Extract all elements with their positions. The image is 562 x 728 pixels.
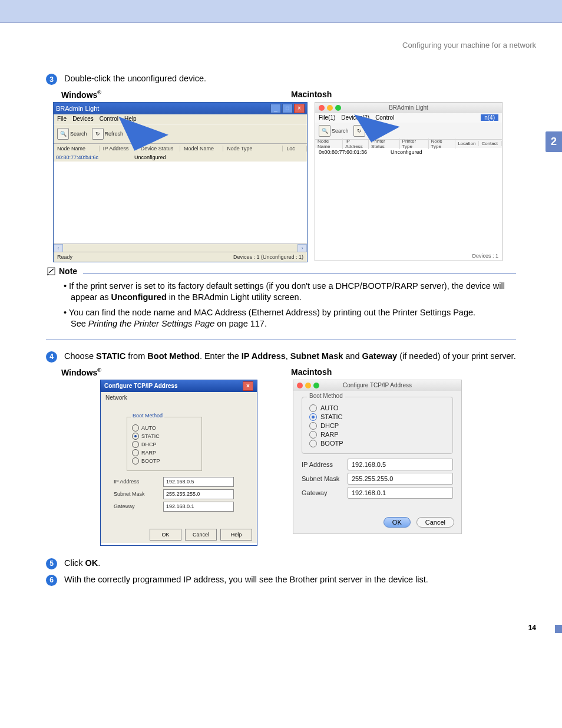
step-6-text: With the correctly programmed IP address… <box>64 574 428 586</box>
mac-row-status: Unconfigured <box>391 149 422 155</box>
scroll-left-icon[interactable]: ‹ <box>54 244 63 252</box>
ip-label: IP Address <box>114 479 151 485</box>
boot-method-label: Boot Method <box>307 393 345 399</box>
gateway-input[interactable]: 192.168.0.1 <box>163 502 234 512</box>
mac-bradmin-screenshot: BRAdmin Light File(1) Devices(2) Control… <box>315 102 503 261</box>
ip-input[interactable]: 192.168.0.5 <box>348 459 453 470</box>
radio-rarp[interactable]: RARP <box>132 449 197 456</box>
ok-button[interactable]: OK <box>384 517 411 528</box>
radio-dhcp[interactable]: DHCP <box>132 441 197 448</box>
radio-bootp[interactable]: BOOTP <box>309 440 445 447</box>
mac-zoom-icon[interactable] <box>335 105 341 111</box>
mac-minimize-icon[interactable] <box>305 383 311 388</box>
macintosh-label: Macintosh <box>291 90 332 100</box>
mac-menu-file[interactable]: File(1) <box>319 114 335 121</box>
ip-label: IP Address <box>302 461 348 468</box>
mcol-contact: Contact <box>479 141 502 146</box>
menu-devices[interactable]: Devices <box>72 116 94 122</box>
gateway-label: Gateway <box>114 503 151 509</box>
mac-tcpip-dialog: Configure TCP/IP Address Boot Method AUT… <box>293 380 462 534</box>
radio-auto[interactable]: AUTO <box>309 404 445 412</box>
windows-label: Windows® <box>61 90 291 100</box>
subnet-label: Subnet Mask <box>114 491 151 497</box>
mac-app-title: BRAdmin Light <box>389 104 428 111</box>
close-icon[interactable]: × <box>243 381 253 391</box>
win-app-title: BRAdmin Light <box>56 105 99 112</box>
device-row[interactable]: 00:80:77:40:b4:6c Unconfigured <box>54 153 307 162</box>
menu-control[interactable]: Control <box>100 116 118 122</box>
mcol-nodename: Node Name <box>315 139 343 149</box>
statusbar-ready: Ready <box>57 254 72 260</box>
note-item-1: If the print server is set to its factor… <box>64 281 515 304</box>
subnet-label: Subnet Mask <box>302 475 348 482</box>
subnet-input[interactable]: 255.255.255.0 <box>348 473 453 485</box>
step-6-badge: 6 <box>46 575 57 586</box>
mac-device-row[interactable]: 0x00:80:77:60:01:36 Unconfigured <box>315 148 502 156</box>
cancel-button[interactable]: Cancel <box>185 529 217 541</box>
mac-close-icon[interactable] <box>297 383 303 388</box>
step-5-text: Click OK. <box>64 558 100 569</box>
top-blue-band <box>0 0 562 23</box>
mcol-loc: Location <box>455 141 479 146</box>
help-button[interactable]: Help <box>220 529 252 541</box>
tcpmac-title: Configure TCP/IP Address <box>343 382 412 388</box>
tcpwin-title: Configure TCP/IP Address <box>104 383 177 389</box>
scroll-right-icon[interactable]: › <box>297 244 307 252</box>
radio-rarp[interactable]: RARP <box>309 431 445 439</box>
statusbar-devices: Devices : 1 (Unconfigured : 1) <box>233 254 303 260</box>
row-mac: 00:80:77:40:b4:6c <box>54 154 102 160</box>
step-5-badge: 5 <box>46 558 57 569</box>
windows-label-2: Windows® <box>61 367 291 377</box>
mcol-ptype: Printer Type <box>400 139 429 149</box>
note-box: Note If the print server is set to its f… <box>46 273 516 340</box>
radio-static[interactable]: STATIC <box>309 413 445 421</box>
close-icon[interactable]: × <box>294 104 305 113</box>
gateway-input[interactable]: 192.168.0.1 <box>348 487 453 499</box>
step-4-text: Choose STATIC from Boot Method. Enter th… <box>64 351 516 363</box>
mcol-ntype: Node Type <box>429 139 456 149</box>
mac-minimize-icon[interactable] <box>327 105 333 111</box>
search-button[interactable]: 🔍Search <box>57 128 87 140</box>
radio-static[interactable]: STATIC <box>132 433 197 440</box>
radio-bootp[interactable]: BOOTP <box>132 457 197 465</box>
col-node-name: Node Name <box>54 146 100 151</box>
mac-row-mac: 0x00:80:77:60:01:36 <box>319 149 367 155</box>
cancel-button[interactable]: Cancel <box>416 517 454 528</box>
step-4-badge: 4 <box>46 351 57 363</box>
windows-tcpip-dialog: Configure TCP/IP Address × Network Boot … <box>100 380 257 546</box>
mac-status-devices: Devices : 1 <box>472 251 498 261</box>
col-loc: Loc <box>283 146 307 151</box>
note-icon <box>46 266 57 276</box>
mac-menu-n[interactable]: n(4) <box>481 114 498 121</box>
boot-method-label: Boot Method <box>131 413 164 419</box>
windows-bradmin-screenshot: BRAdmin Light _ □ × File Devices Control… <box>53 102 308 262</box>
gateway-label: Gateway <box>302 489 348 496</box>
subnet-input[interactable]: 255.255.255.0 <box>163 489 234 499</box>
tcpwin-tab[interactable]: Network <box>101 392 257 410</box>
mac-zoom-icon[interactable] <box>313 383 319 388</box>
mac-close-icon[interactable] <box>319 105 325 111</box>
minimize-icon[interactable]: _ <box>270 104 281 113</box>
radio-dhcp[interactable]: DHCP <box>309 422 445 430</box>
ok-button[interactable]: OK <box>150 529 181 541</box>
macintosh-label-2: Macintosh <box>291 367 332 377</box>
maximize-icon[interactable]: □ <box>282 104 293 113</box>
step-3-badge: 3 <box>46 74 57 85</box>
refresh-icon: ↻ <box>92 128 104 140</box>
search-icon: 🔍 <box>57 128 69 140</box>
radio-auto[interactable]: AUTO <box>132 424 197 431</box>
step-3-text: Double-click the unconfigured device. <box>64 73 206 85</box>
col-nodetype: Node Type <box>223 146 283 151</box>
col-model: Model Name <box>180 146 223 151</box>
page-number: 14 <box>528 624 536 632</box>
page-header: Configuring your machine for a network <box>26 41 536 50</box>
chapter-tab: 2 <box>546 131 562 152</box>
page-number-accent <box>555 625 562 633</box>
menu-file[interactable]: File <box>57 116 67 122</box>
search-icon: 🔍 <box>319 125 330 137</box>
ip-input[interactable]: 192.168.0.5 <box>163 477 234 487</box>
note-item-2: You can find the node name and MAC Addre… <box>64 307 515 330</box>
mac-menu-control[interactable]: Control <box>375 114 394 121</box>
mac-search-button[interactable]: 🔍Search <box>319 125 349 137</box>
